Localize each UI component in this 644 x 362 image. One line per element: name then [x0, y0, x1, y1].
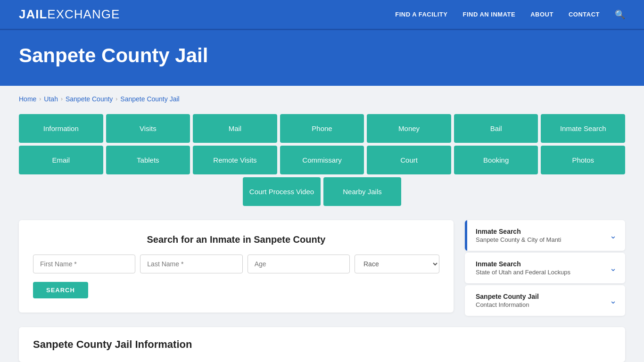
age-input[interactable]: [248, 255, 350, 273]
btn-court-video[interactable]: Court Process Video: [243, 177, 321, 206]
sidebar: Inmate Search Sanpete County & City of M…: [465, 220, 625, 318]
page-title: Sanpete County Jail: [19, 44, 625, 67]
breadcrumb-utah[interactable]: Utah: [44, 95, 58, 103]
search-panel-title: Search for an Inmate in Sanpete County: [33, 234, 439, 245]
btn-visits[interactable]: Visits: [106, 114, 190, 143]
search-button[interactable]: SEARCH: [33, 282, 88, 298]
main-content: Home › Utah › Sanpete County › Sanpete C…: [0, 86, 644, 362]
sidebar-card-title-2: Inmate Search: [476, 260, 570, 268]
chevron-down-icon-2: ⌄: [610, 263, 617, 273]
btn-commissary[interactable]: Commissary: [280, 146, 364, 174]
bottom-section-title: Sanpete County Jail Information: [33, 338, 611, 351]
logo-exchange: EXCHANGE: [47, 7, 120, 21]
button-grid: Information Visits Mail Phone Money Bail…: [19, 114, 625, 206]
btn-phone[interactable]: Phone: [280, 114, 364, 143]
button-row-3: Court Process Video Nearby Jails: [19, 177, 625, 206]
btn-money[interactable]: Money: [367, 114, 451, 143]
sidebar-card-subtitle-3: Contact Information: [476, 301, 539, 308]
sidebar-card-header-contact[interactable]: Sanpete County Jail Contact Information …: [465, 285, 625, 316]
sidebar-card-header-inmate-state[interactable]: Inmate Search State of Utah and Federal …: [465, 253, 625, 283]
search-form-row: Race White Black Hispanic Asian Other: [33, 255, 439, 273]
sidebar-card-inmate-county: Inmate Search Sanpete County & City of M…: [465, 220, 625, 251]
sidebar-card-header-inmate-county[interactable]: Inmate Search Sanpete County & City of M…: [465, 220, 625, 251]
btn-booking[interactable]: Booking: [454, 146, 538, 174]
sidebar-card-text-3: Sanpete County Jail Contact Information: [476, 293, 539, 308]
logo-jail: JAIL: [19, 7, 47, 21]
breadcrumb-chevron-2: ›: [61, 96, 63, 102]
nav-contact[interactable]: CONTACT: [569, 11, 600, 18]
btn-court[interactable]: Court: [367, 146, 451, 174]
sidebar-card-title-1: Inmate Search: [476, 228, 561, 235]
site-header: JAILEXCHANGE FIND A FACILITY FIND AN INM…: [0, 0, 644, 30]
btn-nearby-jails[interactable]: Nearby Jails: [323, 177, 401, 206]
breadcrumb-home[interactable]: Home: [19, 95, 36, 103]
sidebar-card-title-3: Sanpete County Jail: [476, 293, 539, 300]
btn-mail[interactable]: Mail: [193, 114, 277, 143]
button-row-2: Email Tablets Remote Visits Commissary C…: [19, 146, 625, 174]
sidebar-card-contact: Sanpete County Jail Contact Information …: [465, 285, 625, 316]
content-row: Search for an Inmate in Sanpete County R…: [19, 220, 625, 318]
breadcrumb: Home › Utah › Sanpete County › Sanpete C…: [19, 95, 625, 103]
btn-photos[interactable]: Photos: [541, 146, 625, 174]
breadcrumb-chevron-1: ›: [39, 96, 41, 102]
button-row-1: Information Visits Mail Phone Money Bail…: [19, 114, 625, 143]
bottom-section: Sanpete County Jail Information: [19, 327, 625, 362]
last-name-input[interactable]: [140, 255, 242, 273]
btn-remote-visits[interactable]: Remote Visits: [193, 146, 277, 174]
chevron-down-icon-3: ⌄: [610, 296, 617, 306]
btn-bail[interactable]: Bail: [454, 114, 538, 143]
chevron-down-icon-1: ⌄: [610, 230, 617, 241]
breadcrumb-chevron-3: ›: [116, 96, 117, 102]
breadcrumb-sanpete-county[interactable]: Sanpete County: [66, 95, 113, 103]
btn-inmate-search[interactable]: Inmate Search: [541, 114, 625, 143]
first-name-input[interactable]: [33, 255, 135, 273]
search-panel: Search for an Inmate in Sanpete County R…: [19, 220, 454, 313]
hero-section: Sanpete County Jail: [0, 30, 644, 86]
sidebar-card-text-2: Inmate Search State of Utah and Federal …: [476, 260, 570, 276]
race-select[interactable]: Race White Black Hispanic Asian Other: [355, 255, 439, 273]
nav-find-inmate[interactable]: FIND AN INMATE: [462, 11, 515, 18]
sidebar-card-subtitle-1: Sanpete County & City of Manti: [476, 236, 561, 243]
search-icon[interactable]: 🔍: [615, 9, 625, 20]
btn-information[interactable]: Information: [19, 114, 103, 143]
sidebar-card-inmate-state: Inmate Search State of Utah and Federal …: [465, 253, 625, 283]
sidebar-card-text-1: Inmate Search Sanpete County & City of M…: [476, 228, 561, 243]
main-nav: FIND A FACILITY FIND AN INMATE ABOUT CON…: [395, 9, 625, 20]
breadcrumb-current: Sanpete County Jail: [120, 95, 179, 103]
nav-find-facility[interactable]: FIND A FACILITY: [395, 11, 447, 18]
sidebar-card-subtitle-2: State of Utah and Federal Lockups: [476, 269, 570, 276]
btn-email[interactable]: Email: [19, 146, 103, 174]
site-logo[interactable]: JAILEXCHANGE: [19, 7, 120, 22]
btn-tablets[interactable]: Tablets: [106, 146, 190, 174]
nav-about[interactable]: ABOUT: [530, 11, 553, 18]
